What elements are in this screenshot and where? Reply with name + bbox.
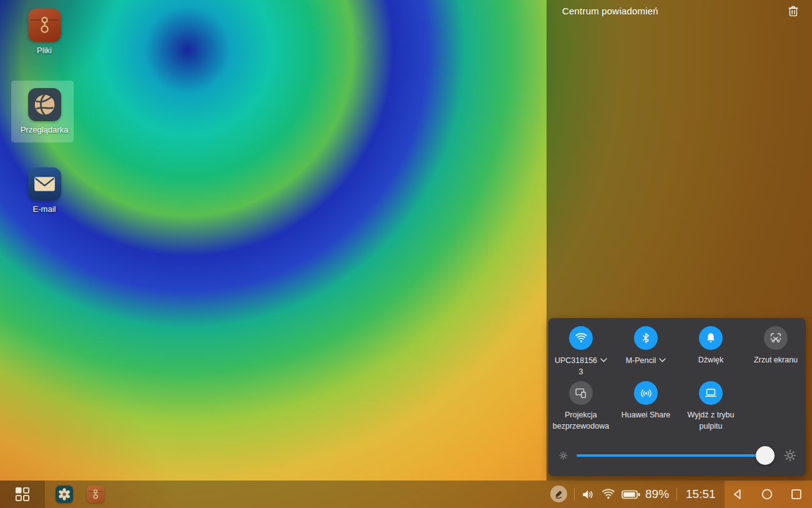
wifi-network-name: UPC318156 (555, 356, 597, 365)
battery-icon (621, 489, 641, 500)
string-tie-folder-icon (28, 9, 61, 42)
screenshot-toggle[interactable] (764, 326, 788, 350)
tile-label: Huawei Share (613, 409, 678, 421)
brightness-fill (577, 454, 765, 457)
share-signal-icon (640, 387, 653, 400)
tile-label: Wyjdź z trybu pulpitu (678, 409, 743, 432)
bell-icon (705, 332, 717, 344)
taskbar-divider (574, 488, 575, 501)
files-app-icon[interactable] (28, 9, 61, 42)
desktop-icon-label: Pliki (37, 46, 52, 55)
bluetooth-toggle[interactable] (634, 326, 658, 350)
pen-icon (553, 489, 564, 499)
desktop-icon-email[interactable]: E-mail (7, 167, 82, 214)
clock[interactable]: 15:51 (686, 481, 716, 508)
bluetooth-icon (640, 332, 652, 344)
nav-home-button[interactable] (760, 487, 774, 501)
nav-back-button[interactable] (731, 487, 745, 501)
brightness-row (558, 442, 797, 469)
chevron-down-icon[interactable] (659, 354, 666, 366)
wifi-toggle[interactable] (569, 326, 593, 350)
tile-label: Projekcja bezprzewodowa (548, 409, 613, 432)
envelope-icon (28, 167, 61, 201)
brightness-thumb[interactable] (756, 446, 775, 465)
tile-sound: Dźwięk (678, 326, 743, 366)
tile-bluetooth: M-Pencil (613, 326, 678, 366)
taskbar-app-gallery[interactable] (56, 486, 73, 503)
quick-settings-panel: UPC318156 3 M-Pencil Dźwięk (548, 318, 806, 476)
flower-icon (57, 487, 72, 502)
tile-label: Dźwięk (678, 354, 743, 366)
desktop-icon-label: E-mail (33, 204, 56, 214)
sound-toggle[interactable] (699, 326, 723, 350)
tile-label: M-Pencil (613, 354, 678, 366)
desktop-icon-browser[interactable]: Przeglądarka (7, 88, 82, 134)
wifi-network-name-line2: 3 (579, 367, 583, 376)
tile-exit-desktop-mode: Wyjdź z trybu pulpitu (678, 381, 743, 432)
string-tie-folder-icon (87, 486, 104, 503)
battery-percentage: 89% (645, 481, 669, 508)
taskbar-divider (676, 488, 677, 501)
browser-app-icon[interactable] (28, 88, 61, 121)
tile-wifi: UPC318156 3 (548, 326, 613, 377)
notification-center-title: Centrum powiadomień (562, 6, 658, 16)
wireless-projection-toggle[interactable] (569, 381, 593, 405)
tile-label: UPC318156 3 (548, 354, 613, 377)
desktop-icon-files[interactable]: Pliki (7, 9, 82, 55)
volume-icon[interactable] (581, 487, 595, 502)
stylus-pen-button[interactable] (550, 486, 567, 502)
tile-label-line2: bezprzewodowa (553, 422, 609, 431)
tile-screenshot: Zrzut ekranu (743, 326, 808, 366)
brightness-slider[interactable] (577, 454, 775, 457)
wifi-status-icon[interactable] (602, 487, 615, 501)
tile-label-line1: Wyjdź z trybu (688, 411, 735, 419)
globe-icon (28, 88, 61, 121)
exit-desktop-mode-toggle[interactable] (699, 381, 723, 405)
nav-recents-button[interactable] (790, 487, 803, 501)
brightness-high-icon (783, 449, 797, 462)
screen-mirroring-icon (574, 386, 588, 400)
brightness-low-icon (558, 451, 568, 461)
clear-notifications-trash-icon[interactable] (786, 4, 800, 18)
taskbar-app-files[interactable] (87, 486, 104, 503)
screenshot-scissors-icon (769, 331, 783, 345)
tile-huawei-share: Huawei Share (613, 381, 678, 421)
huawei-share-toggle[interactable] (634, 381, 658, 405)
wifi-icon (575, 332, 588, 345)
laptop-icon (704, 386, 718, 400)
tile-label: Zrzut ekranu (743, 354, 808, 366)
desktop-screen: Pliki Przeglądarka E-mail Centrum powi (0, 0, 812, 508)
tile-label-line2: pulpitu (700, 422, 723, 431)
desktop-icon-label: Przeglądarka (21, 125, 69, 134)
taskbar: 89% 15:51 (0, 481, 812, 508)
email-app-icon[interactable] (28, 167, 61, 201)
app-launcher-icon[interactable] (14, 486, 31, 502)
bluetooth-device-name: M-Pencil (626, 356, 656, 365)
tile-wireless-projection: Projekcja bezprzewodowa (548, 381, 613, 432)
chevron-down-icon[interactable] (600, 354, 607, 366)
tile-label-line1: Projekcja (565, 411, 597, 419)
